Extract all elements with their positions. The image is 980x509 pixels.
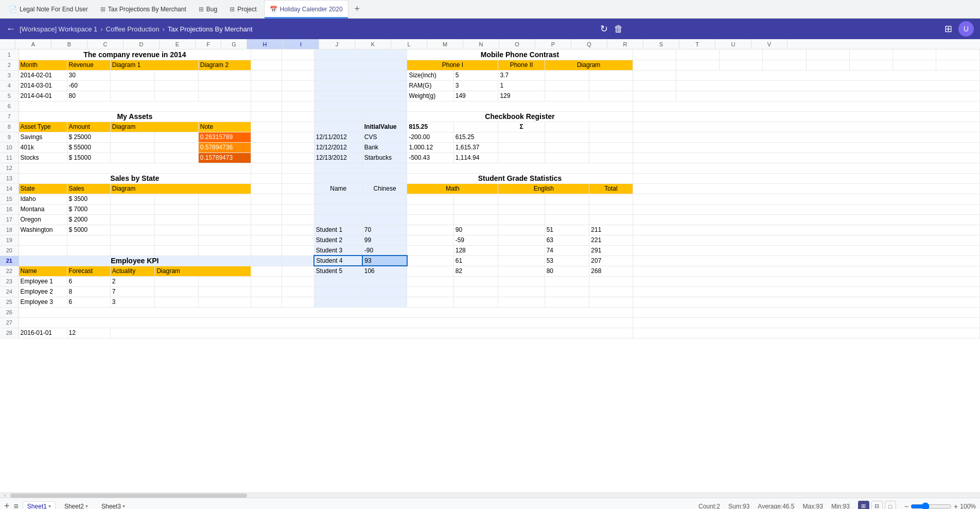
cell-C19[interactable]: [110, 235, 155, 245]
cell-C2[interactable]: Diagram 1: [110, 60, 198, 70]
cell-O25[interactable]: [633, 297, 979, 307]
cell-D23[interactable]: [155, 276, 198, 286]
cell-D17[interactable]: [155, 214, 198, 225]
cell-A24[interactable]: Employee 2: [19, 286, 67, 297]
cell-F2[interactable]: [251, 60, 282, 70]
cell-C22[interactable]: Actuality: [110, 266, 155, 276]
cell-A23[interactable]: Employee 1: [19, 276, 67, 286]
fit-view-button[interactable]: ⊟: [871, 501, 883, 510]
cell-M11[interactable]: [545, 152, 589, 163]
cell-T2[interactable]: [849, 60, 892, 70]
cell-L8[interactable]: Σ: [498, 122, 545, 132]
cell-F1[interactable]: [251, 49, 282, 60]
cell-I24[interactable]: [362, 286, 407, 297]
cell-B15[interactable]: $ 3500: [67, 194, 110, 204]
col-header-O[interactable]: O: [499, 39, 535, 49]
cell-Q1[interactable]: [720, 49, 763, 60]
col-header-M[interactable]: M: [427, 39, 463, 49]
cell-L4[interactable]: 1: [498, 80, 545, 91]
col-header-U[interactable]: U: [715, 39, 751, 49]
cell-O15[interactable]: [633, 194, 979, 204]
cell-J23[interactable]: [407, 276, 453, 286]
cell-D24[interactable]: [155, 286, 198, 297]
cell-F11[interactable]: [251, 152, 282, 163]
cell-F10[interactable]: [251, 142, 282, 152]
cell-N15[interactable]: [589, 194, 633, 204]
cell-N23[interactable]: [589, 276, 633, 286]
cell-I22[interactable]: 106: [362, 266, 407, 276]
cell-C16[interactable]: [110, 204, 155, 214]
cell-K10[interactable]: 1,615.37: [453, 142, 498, 152]
cell-G1[interactable]: [282, 49, 314, 60]
cell-F21[interactable]: [251, 256, 282, 266]
grid-view-button[interactable]: ⊞: [858, 501, 869, 510]
cell-O5[interactable]: [633, 91, 676, 101]
cell-I14[interactable]: Chinese: [362, 183, 407, 194]
cell-K3[interactable]: 5: [453, 70, 498, 80]
cell-H4[interactable]: [314, 80, 362, 91]
breadcrumb-middle[interactable]: Coffee Production: [106, 25, 160, 33]
cell-F8[interactable]: [251, 122, 282, 132]
cell-E23[interactable]: [198, 276, 251, 286]
col-header-I[interactable]: I: [283, 39, 319, 49]
cell-L23[interactable]: [498, 276, 545, 286]
cell-H8[interactable]: [314, 122, 362, 132]
cell-I13[interactable]: [362, 173, 407, 183]
cell-L14[interactable]: English: [498, 183, 589, 194]
cell-L11[interactable]: [498, 152, 545, 163]
cell-M23[interactable]: [545, 276, 589, 286]
cell-H20[interactable]: Student 3: [314, 245, 362, 256]
cell-J24[interactable]: [407, 286, 453, 297]
cell-K25[interactable]: [453, 297, 498, 307]
cell-F12[interactable]: [251, 163, 282, 173]
tab-bug[interactable]: ⊞ Bug: [194, 0, 222, 19]
cell-D19[interactable]: [155, 235, 198, 245]
cell-F17[interactable]: [251, 214, 282, 225]
cell-Q2[interactable]: [720, 60, 763, 70]
cell-I21[interactable]: 93: [362, 256, 407, 266]
cell-J3[interactable]: Size(inch): [407, 70, 453, 80]
cell-A5[interactable]: 2014-04-01: [19, 91, 67, 101]
cell-B24[interactable]: 8: [67, 286, 110, 297]
col-header-T[interactable]: T: [679, 39, 715, 49]
cell-A4[interactable]: 2014-03-01: [19, 80, 67, 91]
cell-G8[interactable]: [282, 122, 314, 132]
cell-O2[interactable]: [633, 60, 676, 70]
cell-E16[interactable]: [198, 204, 251, 214]
col-header-S[interactable]: S: [643, 39, 679, 49]
cell-H15[interactable]: [314, 194, 362, 204]
cell-C20[interactable]: [110, 245, 155, 256]
col-header-V[interactable]: V: [751, 39, 787, 49]
cell-A18[interactable]: Washington: [19, 225, 67, 235]
cell-B14[interactable]: Sales: [67, 183, 110, 194]
col-header-A[interactable]: A: [15, 39, 51, 49]
cell-L2[interactable]: Phone II: [498, 60, 545, 70]
cell-N21[interactable]: 207: [589, 256, 633, 266]
cell-F5[interactable]: [251, 91, 282, 101]
cell-A7[interactable]: My Assets: [19, 111, 251, 122]
cell-N11[interactable]: [589, 152, 633, 163]
cell-L19[interactable]: [498, 235, 545, 245]
cell-K4[interactable]: 3: [453, 80, 498, 91]
cell-G15[interactable]: [282, 194, 314, 204]
cell-J7[interactable]: Checkbook Register: [407, 111, 633, 122]
cell-O26[interactable]: [633, 307, 979, 317]
cell-F22[interactable]: [251, 266, 282, 276]
cell-N3[interactable]: [589, 70, 633, 80]
cell-A12[interactable]: [19, 163, 251, 173]
cell-H9[interactable]: 12/11/2012: [314, 132, 362, 142]
cell-O11[interactable]: [633, 152, 979, 163]
cell-J8[interactable]: 815.25: [407, 122, 453, 132]
col-header-H[interactable]: H: [247, 39, 283, 49]
cell-A8[interactable]: Asset Type: [19, 122, 67, 132]
cell-R2[interactable]: [763, 60, 806, 70]
cell-O8[interactable]: [633, 122, 979, 132]
cell-H25[interactable]: [314, 297, 362, 307]
cell-P3[interactable]: [676, 70, 979, 80]
back-button[interactable]: ←: [6, 24, 15, 35]
cell-O6[interactable]: [633, 101, 979, 111]
cell-B20[interactable]: [67, 245, 110, 256]
col-header-E[interactable]: E: [160, 39, 196, 49]
cell-L22[interactable]: [498, 266, 545, 276]
cell-H13[interactable]: [314, 173, 362, 183]
